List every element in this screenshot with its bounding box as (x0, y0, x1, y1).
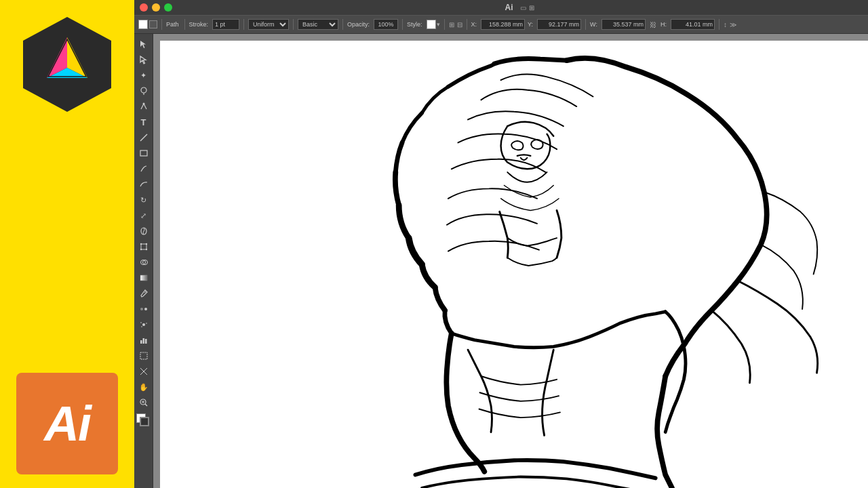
svg-point-14 (140, 249, 141, 250)
svg-rect-9 (140, 150, 147, 156)
direct-selection-tool[interactable] (136, 52, 151, 67)
stroke-input[interactable] (212, 19, 239, 30)
minimize-button[interactable] (152, 3, 160, 12)
lasso-tool[interactable] (136, 83, 151, 98)
graph-tool[interactable] (136, 333, 151, 348)
opacity-label: Opacity: (347, 21, 370, 28)
hand-tool[interactable]: ✋ (136, 380, 151, 394)
zoom-tool[interactable] (136, 395, 151, 410)
align-icon: ⊟ (457, 21, 462, 28)
svg-line-31 (145, 404, 147, 406)
canvas-area[interactable] (153, 34, 868, 488)
sep3 (243, 19, 244, 30)
sep4 (293, 19, 294, 30)
svg-point-7 (142, 103, 144, 105)
title-bar-center: Ai ▭ ⊞ (176, 3, 863, 12)
hexagon-logo (16, 14, 118, 115)
uniform-dropdown[interactable]: Uniform (248, 19, 289, 30)
line-tool[interactable] (136, 130, 151, 145)
ai-window: Ai ▭ ⊞ Path Stroke: Uniform Basic (134, 0, 868, 488)
selection-tool[interactable] (136, 37, 151, 52)
blend-tool[interactable] (136, 302, 151, 317)
path-label: Path (166, 21, 179, 28)
content-area: ✦ T ↻ ⤢ (134, 34, 868, 488)
document-icon: ▭ (520, 4, 526, 12)
sep2 (184, 19, 185, 30)
scale-tool[interactable]: ⤢ (136, 208, 151, 223)
x-input[interactable] (481, 19, 525, 30)
fill-swatch[interactable] (138, 20, 148, 29)
ai-logo-box: Ai (16, 373, 118, 474)
slice-tool[interactable] (136, 364, 151, 379)
style-controls: ▾ (427, 20, 440, 29)
color-controls (138, 20, 157, 29)
opacity-input[interactable] (374, 19, 398, 30)
sep5 (342, 19, 343, 30)
h-label: H: (660, 21, 667, 28)
y-input[interactable] (537, 19, 581, 30)
pencil-tool[interactable] (136, 161, 151, 176)
warp-tool[interactable] (136, 224, 151, 239)
gradient-tool[interactable] (136, 270, 151, 285)
sep8 (467, 19, 467, 30)
artboard-tool[interactable] (136, 348, 151, 363)
h-input[interactable] (671, 19, 715, 30)
style-icon: ▾ (437, 21, 440, 28)
basic-dropdown[interactable]: Basic (298, 19, 338, 30)
type-tool[interactable]: T (136, 115, 151, 129)
toolbar: Path Stroke: Uniform Basic Opacity: Styl… (134, 15, 868, 34)
app-name-icon: Ai (505, 3, 513, 12)
svg-point-15 (145, 249, 146, 250)
sep1 (161, 19, 162, 30)
rect-tool[interactable] (136, 146, 151, 161)
ai-logo-text: Ai (44, 396, 90, 451)
stroke-label: Stroke: (189, 21, 209, 28)
sep6 (402, 19, 403, 30)
svg-rect-27 (142, 338, 144, 344)
close-button[interactable] (140, 3, 148, 12)
svg-point-23 (140, 322, 142, 323)
lock-proportions-icon[interactable]: ⛓ (648, 21, 658, 28)
svg-point-22 (142, 323, 145, 326)
left-sidebar: Ai (0, 0, 134, 488)
svg-point-20 (140, 308, 143, 310)
sep7 (444, 19, 445, 30)
smooth-tool[interactable] (136, 177, 151, 192)
sep9 (585, 19, 586, 30)
svg-line-8 (140, 134, 147, 141)
maximize-button[interactable] (164, 3, 172, 12)
x-label: X: (471, 21, 477, 28)
rotate-tool[interactable]: ↻ (136, 192, 151, 207)
eyedropper-tool[interactable] (136, 286, 151, 301)
more-icon[interactable]: ≫ (730, 21, 736, 28)
style-fill-swatch[interactable] (427, 20, 436, 29)
svg-rect-11 (141, 244, 146, 249)
shape-builder-tool[interactable] (136, 255, 151, 270)
svg-point-21 (144, 308, 147, 310)
style-label: Style: (407, 21, 422, 28)
pen-tool[interactable] (136, 99, 151, 114)
sep10 (719, 19, 719, 30)
artwork (160, 41, 868, 488)
svg-line-19 (144, 291, 146, 293)
stroke-swatch[interactable] (149, 20, 157, 28)
symbol-tool[interactable] (136, 317, 151, 332)
w-input[interactable] (601, 19, 646, 30)
svg-point-5 (141, 87, 146, 93)
w-label: W: (590, 21, 597, 28)
fill-stroke-indicator[interactable] (136, 413, 151, 428)
svg-rect-28 (145, 339, 147, 344)
y-label: Y: (528, 21, 533, 28)
stroke-indicator (140, 417, 149, 426)
arrange-icon: ⊞ (529, 4, 534, 12)
transform-icon[interactable]: ↕ (724, 21, 727, 28)
tools-panel: ✦ T ↻ ⤢ (134, 34, 153, 488)
svg-rect-18 (140, 275, 147, 281)
magic-wand-tool[interactable]: ✦ (136, 68, 151, 83)
svg-point-13 (145, 243, 146, 245)
grid-icon: ⊞ (449, 21, 454, 28)
svg-rect-29 (140, 352, 147, 359)
svg-point-25 (141, 326, 142, 327)
free-transform-tool[interactable] (136, 239, 151, 254)
canvas-document (160, 41, 868, 488)
